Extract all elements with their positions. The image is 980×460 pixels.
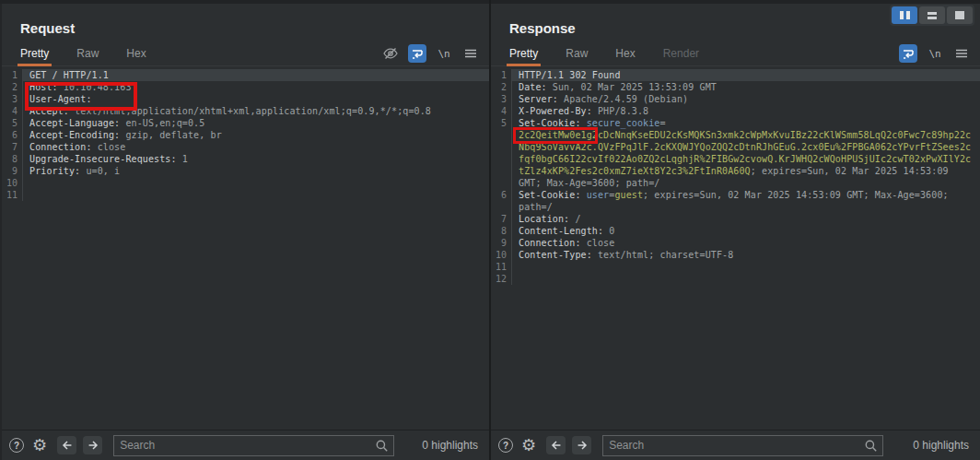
response-tab-hex[interactable]: Hex xyxy=(615,41,635,65)
response-code-line[interactable]: 1HTTP/1.1 302 Found xyxy=(491,69,980,81)
response-code-line[interactable]: 10Content-Type: text/html; charset=UTF-8 xyxy=(491,249,980,261)
line-number: 8 xyxy=(2,153,22,165)
response-tab-raw[interactable]: Raw xyxy=(566,41,588,65)
line-number: 10 xyxy=(491,249,511,261)
response-code-line[interactable]: 3Server: Apache/2.4.59 (Debian) xyxy=(491,93,980,105)
soft-wrap-icon[interactable] xyxy=(899,44,917,63)
settings-gear-icon[interactable]: ⚙ xyxy=(32,437,47,454)
request-tab-raw[interactable]: Raw xyxy=(76,41,99,65)
request-code-line[interactable]: 10 xyxy=(2,177,489,189)
line-number: 7 xyxy=(491,213,511,225)
line-content: Priority: u=0, i xyxy=(22,165,489,177)
help-icon[interactable]: ? xyxy=(9,438,24,453)
line-number: 2 xyxy=(2,81,22,93)
editor-menu-icon[interactable] xyxy=(952,44,971,63)
request-code-line[interactable]: 9Priority: u=0, i xyxy=(2,165,489,177)
response-code-line[interactable]: 9Connection: close xyxy=(491,237,980,249)
response-code-line[interactable]: 11 xyxy=(491,261,980,273)
search-next-button[interactable] xyxy=(83,436,102,454)
line-content: Content-Type: text/html; charset=UTF-8 xyxy=(511,249,980,261)
layout-rows-button[interactable] xyxy=(919,6,945,24)
editor-menu-icon[interactable] xyxy=(461,44,480,63)
line-number: 11 xyxy=(491,261,511,273)
line-number: 2 xyxy=(491,81,511,93)
response-code-line[interactable]: 7Location: / xyxy=(491,213,980,225)
search-previous-button[interactable] xyxy=(57,436,76,454)
request-search-bar: ? ⚙ 0 highlig xyxy=(2,430,489,460)
layout-columns-button[interactable] xyxy=(892,6,917,24)
red-annotation-box-user-agent xyxy=(25,82,137,111)
layout-single-button[interactable] xyxy=(947,6,973,24)
request-editor[interactable]: 1GET / HTTP/1.12Host: 10.10.48.1633User-… xyxy=(2,67,489,430)
line-number: 3 xyxy=(491,93,511,105)
line-number: 4 xyxy=(2,105,22,117)
request-code-line[interactable]: 5Accept-Language: en-US,en;q=0.5 xyxy=(2,117,489,129)
request-code-line[interactable]: 8Upgrade-Insecure-Requests: 1 xyxy=(2,153,489,165)
request-code-line[interactable]: 11 xyxy=(2,189,489,201)
settings-gear-icon[interactable]: ⚙ xyxy=(521,437,536,454)
line-number xyxy=(491,165,511,177)
request-highlights-count: 0 highlights xyxy=(422,439,478,452)
line-number: 8 xyxy=(491,225,511,237)
line-content: Set-Cookie: user=guest; expires=Sun, 02 … xyxy=(511,189,980,201)
line-content: X-Powered-By: PHP/8.3.8 xyxy=(511,105,980,117)
response-tab-pretty[interactable]: Pretty xyxy=(509,41,538,65)
line-content: GET / HTTP/1.1 xyxy=(22,69,489,81)
response-tab-render: Render xyxy=(663,41,699,65)
request-panel: Request Pretty Raw Hex xyxy=(0,4,489,460)
request-panel-title: Request xyxy=(20,20,75,36)
line-number: 11 xyxy=(2,189,22,201)
line-content: Server: Apache/2.4.59 (Debian) xyxy=(511,93,980,105)
soft-wrap-icon[interactable] xyxy=(408,44,426,63)
show-newlines-icon[interactable]: \n xyxy=(435,44,453,63)
line-number: 6 xyxy=(2,129,22,141)
line-content: GMT; Max-Age=3600; path=/ xyxy=(511,177,980,189)
line-content: Upgrade-Insecure-Requests: 1 xyxy=(22,153,489,165)
line-content xyxy=(22,189,489,201)
search-next-button[interactable] xyxy=(572,436,591,454)
response-code-line[interactable]: 8Content-Length: 0 xyxy=(491,225,980,237)
request-search-input[interactable] xyxy=(114,439,375,452)
line-number xyxy=(491,141,511,153)
line-number xyxy=(491,201,511,213)
request-code-line[interactable]: 6Accept-Encoding: gzip, deflate, br xyxy=(2,129,489,141)
line-content: Date: Sun, 02 Mar 2025 13:53:09 GMT xyxy=(511,81,980,93)
response-code-line[interactable]: tZlz4xKP%2Fes2c0xmZ7ieXt8Y2c3%2FtInR0A60… xyxy=(491,165,980,177)
response-search-box xyxy=(602,435,883,456)
line-number: 5 xyxy=(2,117,22,129)
search-previous-button[interactable] xyxy=(546,436,566,454)
request-tab-hex[interactable]: Hex xyxy=(126,41,146,65)
response-code-line[interactable]: 2Date: Sun, 02 Mar 2025 13:53:09 GMT xyxy=(491,81,980,93)
response-panel: Response Pretty Raw Hex Render \n xyxy=(491,4,980,460)
hide-nonprintable-eye-off-icon[interactable] xyxy=(381,44,400,63)
line-content: Accept-Language: en-US,en;q=0.5 xyxy=(22,117,489,129)
response-editor-icons: \n xyxy=(899,41,971,65)
response-code-line[interactable]: 12 xyxy=(491,273,980,285)
request-code-line[interactable]: 7Connection: close xyxy=(2,141,489,153)
line-content: Accept-Encoding: gzip, deflate, br xyxy=(22,129,489,141)
line-number: 5 xyxy=(491,117,511,129)
line-content xyxy=(22,177,489,189)
response-editor[interactable]: 1HTTP/1.1 302 Found2Date: Sun, 02 Mar 20… xyxy=(491,67,980,430)
line-content: Location: / xyxy=(511,213,980,225)
request-search-box xyxy=(113,435,394,456)
line-number: 3 xyxy=(2,93,22,105)
response-code-line[interactable]: fqf0bgC66I22cvIf022Ao0ZQ2cLqghjR%2FIBGw2… xyxy=(491,153,980,165)
request-tab-pretty[interactable]: Pretty xyxy=(20,41,49,65)
response-code-line[interactable]: 6Set-Cookie: user=guest; expires=Sun, 02… xyxy=(491,189,980,201)
line-number: 9 xyxy=(491,237,511,249)
response-code-line[interactable]: path=/ xyxy=(491,201,980,213)
response-code-line[interactable]: GMT; Max-Age=3600; path=/ xyxy=(491,177,980,189)
line-number: 1 xyxy=(491,69,511,81)
line-content: path=/ xyxy=(511,201,980,213)
request-editor-icons: \n xyxy=(381,41,480,65)
help-icon[interactable]: ? xyxy=(498,438,513,453)
line-content: Content-Length: 0 xyxy=(511,225,980,237)
line-content xyxy=(511,261,980,273)
show-newlines-icon[interactable]: \n xyxy=(926,44,944,63)
response-search-input[interactable] xyxy=(603,439,864,452)
request-code-line[interactable]: 1GET / HTTP/1.1 xyxy=(2,69,489,81)
response-code-line[interactable]: 4X-Powered-By: PHP/8.3.8 xyxy=(491,105,980,117)
search-icon xyxy=(864,439,878,453)
response-highlights-count: 0 highlights xyxy=(913,439,969,452)
